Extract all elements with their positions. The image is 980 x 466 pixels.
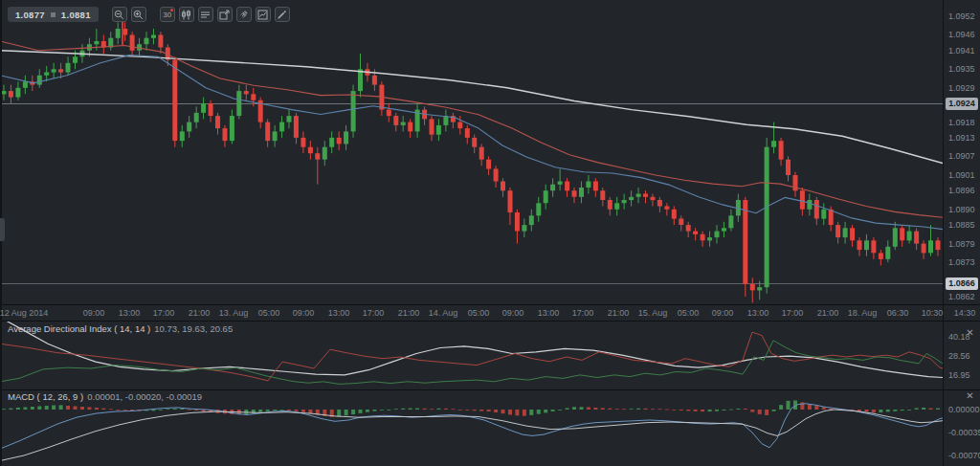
- candle-body: [728, 215, 733, 228]
- compare-icon: [219, 10, 230, 20]
- candle-body: [907, 232, 912, 241]
- macd-histogram-bar: [630, 409, 634, 410]
- candle-body: [544, 190, 548, 203]
- price-axis-divider: [943, 0, 944, 466]
- macd-histogram-bar: [394, 409, 398, 410]
- candle-body: [786, 160, 791, 175]
- macd-histogram-bar: [366, 410, 369, 412]
- candle-body: [914, 232, 919, 244]
- macd-histogram-bar: [501, 410, 505, 413]
- macd-histogram-bar: [893, 410, 897, 411]
- macd-histogram-bar: [80, 407, 84, 410]
- macd-histogram-bar: [723, 410, 726, 411]
- candle-body: [236, 91, 241, 116]
- macd-histogram-bar: [879, 410, 882, 412]
- candle-body: [15, 88, 20, 98]
- candle-body: [273, 131, 278, 141]
- candle-body: [145, 38, 149, 45]
- main-price-chart[interactable]: [0, 0, 943, 304]
- price-axis-label: 1.0896: [948, 186, 975, 195]
- candle-body: [707, 237, 712, 240]
- candle-body: [329, 138, 334, 147]
- candle-body: [265, 122, 270, 142]
- candle-body: [486, 160, 491, 169]
- divider-time-adx[interactable]: [0, 321, 980, 322]
- chart-type-button[interactable]: [179, 7, 194, 22]
- candle-body: [835, 225, 840, 237]
- candle-body: [593, 182, 598, 191]
- divider-main-time: [0, 304, 980, 305]
- adx-close-icon[interactable]: ✕: [964, 326, 976, 339]
- candle-body: [800, 190, 805, 210]
- candle-body: [130, 35, 135, 51]
- left-panel-handle[interactable]: [0, 218, 5, 241]
- candle-body: [743, 200, 747, 284]
- macd-histogram-bar: [451, 409, 455, 410]
- price-tag-1.0866: 1.0866: [946, 277, 978, 290]
- macd-histogram-bar: [59, 405, 63, 410]
- candle-body: [230, 116, 234, 141]
- candle-body: [44, 73, 49, 76]
- macd-histogram-bar: [772, 410, 776, 411]
- timeframe-label: 30: [163, 11, 171, 19]
- macd-histogram-bar: [258, 410, 262, 412]
- price-axis-label: 1.0929: [948, 83, 975, 93]
- candle-body: [116, 29, 121, 38]
- layout-button[interactable]: [256, 7, 271, 22]
- candle-body: [315, 153, 320, 160]
- macd-histogram-bar: [436, 409, 440, 410]
- macd-histogram-bar: [657, 409, 661, 410]
- macd-histogram-bar: [566, 409, 569, 411]
- candle-body: [643, 194, 648, 197]
- link-button[interactable]: [236, 7, 252, 22]
- macd-close-icon[interactable]: ✕: [964, 389, 976, 402]
- price-axis-label: 1.0952: [948, 11, 975, 21]
- candle-body: [622, 200, 627, 203]
- time-axis-label: 09:00: [502, 308, 524, 318]
- candle-body: [864, 240, 869, 250]
- macd-histogram-bar: [16, 408, 20, 410]
- macd-histogram-bar: [580, 407, 584, 410]
- time-axis-label: 17:00: [782, 308, 804, 318]
- indicator-axis-label: -0.00035: [948, 428, 980, 437]
- candle-body: [693, 232, 698, 234]
- candle-body: [52, 69, 56, 72]
- macd-histogram-bar: [458, 410, 462, 411]
- macd-histogram-bar: [166, 409, 169, 410]
- trading-chart-app: 1.09521.09461.09411.09351.09291.09181.09…: [0, 0, 980, 466]
- indicator-axis-label: 0.00000: [948, 405, 980, 414]
- candle-body: [401, 122, 406, 125]
- time-axis-label: 13:00: [538, 308, 560, 318]
- macd-histogram-bar: [66, 406, 70, 410]
- time-axis-label: 10:30: [922, 308, 944, 318]
- macd-histogram-bar: [608, 409, 612, 410]
- macd-histogram-bar: [587, 408, 590, 411]
- indicators-button[interactable]: [198, 7, 213, 22]
- macd-histogram-bar: [814, 406, 818, 410]
- macd-histogram-bar: [45, 406, 49, 410]
- chart-toolbar: 1.0877 1.0881 30: [8, 7, 290, 22]
- macd-histogram-bar: [387, 410, 390, 411]
- macd-histogram-bar: [351, 410, 355, 414]
- candle-body: [679, 219, 683, 226]
- draw-button[interactable]: [275, 7, 290, 22]
- compare-button[interactable]: [217, 7, 233, 22]
- candle-body: [936, 240, 941, 250]
- candle-body: [94, 41, 99, 44]
- candle-body: [757, 287, 762, 290]
- zoom-in-button[interactable]: [131, 7, 146, 22]
- zoom-in-icon: [133, 10, 144, 20]
- candle-body: [194, 113, 199, 122]
- candle-body: [600, 190, 605, 200]
- divider-adx-macd[interactable]: [0, 389, 980, 390]
- price-axis-label: 1.0885: [948, 220, 975, 230]
- bid-ask-box[interactable]: 1.0877 1.0881: [8, 7, 99, 22]
- macd-histogram-bar: [152, 410, 156, 411]
- time-axis-label: 13. Aug: [219, 308, 249, 318]
- macd-histogram-bar: [701, 410, 704, 411]
- macd-histogram-bar: [715, 410, 719, 411]
- time-axis-label: 21:00: [398, 308, 420, 318]
- macd-histogram-bar: [529, 410, 533, 415]
- zoom-out-button[interactable]: [112, 7, 127, 22]
- timeframe-button[interactable]: 30: [160, 7, 175, 22]
